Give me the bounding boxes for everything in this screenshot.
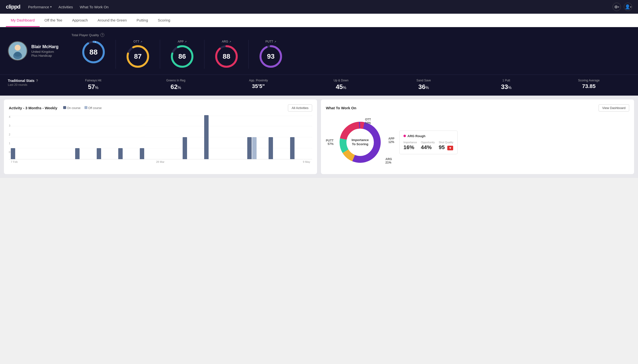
tab-around-the-green[interactable]: Around the Green xyxy=(93,14,132,27)
donut-area: PUTT 57% Importance xyxy=(326,116,394,169)
bar-group-5 xyxy=(97,148,117,159)
gauge-wrapper-arg: 88 xyxy=(214,44,239,69)
wtwon-header: What To Work On View Dashboard xyxy=(326,104,629,112)
stat-sandsave: Sand Save 36% xyxy=(382,79,465,91)
donut-label-putt: PUTT 57% xyxy=(326,139,333,146)
add-button[interactable]: ⊕ ▾ xyxy=(612,3,621,11)
stat-value-scoring: 73.85 xyxy=(582,83,596,90)
stat-value-greens: 62% xyxy=(171,83,181,91)
chevron-icon: ▾ xyxy=(618,6,619,8)
stats-help-icon[interactable]: ? xyxy=(36,79,40,83)
bars-container xyxy=(9,116,312,160)
arrow-app: ↗ xyxy=(185,40,186,43)
gauge-wrapper-app: 86 xyxy=(170,44,194,69)
arg-stat-importance: Importance 16% xyxy=(403,141,417,150)
stat-name-fairways: Fairways Hit xyxy=(85,79,101,82)
nav-activities[interactable]: Activities xyxy=(59,0,73,14)
gauge-number-ott: 87 xyxy=(134,52,141,60)
user-menu-button[interactable]: 👤 ▾ xyxy=(624,3,632,11)
gauge-label-putt: PUTT ↗ xyxy=(265,40,276,43)
player-row: Blair McHarg United Kingdom Plus Handica… xyxy=(8,33,630,69)
arg-dot xyxy=(403,135,406,137)
arg-shot-quality-label: Shot Quality xyxy=(439,141,453,144)
player-country: United Kingdom xyxy=(31,50,59,54)
bar-on-1 xyxy=(11,148,15,159)
bar-on-14 xyxy=(290,137,295,159)
bar-group-4 xyxy=(75,148,95,159)
nav-what-to-work-on[interactable]: What To Work On xyxy=(80,0,109,14)
stat-name-scoring: Scoring Average xyxy=(578,79,599,82)
gauge-number-arg: 88 xyxy=(223,52,230,60)
stat-1putt: 1 Putt 33% xyxy=(465,79,547,91)
bar-group-14 xyxy=(290,137,310,159)
activity-panel-header: Activity - 3 Months - Weekly On course O… xyxy=(9,104,312,112)
player-info: Blair McHarg United Kingdom Plus Handica… xyxy=(8,41,72,61)
nav-performance[interactable]: Performance ▾ xyxy=(28,0,52,14)
stat-fairways: Fairways Hit 57% xyxy=(52,79,134,91)
player-details: Blair McHarg United Kingdom Plus Handica… xyxy=(31,44,59,58)
quality-section: Total Player Quality ? 88 xyxy=(72,33,630,69)
help-icon[interactable]: ? xyxy=(100,33,104,37)
donut-center-text: Importance To Scoring xyxy=(352,138,369,146)
logo[interactable]: clippd xyxy=(6,4,20,10)
on-course-dot xyxy=(63,106,66,109)
player-handicap: Plus Handicap xyxy=(31,54,59,58)
stats-sublabel: Last 20 rounds xyxy=(8,83,52,86)
tab-off-the-tee[interactable]: Off the Tee xyxy=(40,14,67,27)
bar-on-5 xyxy=(97,148,101,159)
chart-bars xyxy=(9,116,312,160)
chart-inner: 0 1 2 3 4 xyxy=(9,116,312,160)
nav-right: ⊕ ▾ 👤 ▾ xyxy=(612,3,632,11)
activity-panel-title: Activity - 3 Months - Weekly xyxy=(9,106,57,110)
activity-panel: Activity - 3 Months - Weekly On course O… xyxy=(4,100,317,174)
donut-label-arg: ARG 21% xyxy=(385,158,392,164)
arg-stat-opportunity: Opportunity 44% xyxy=(421,141,435,150)
stats-label: Traditional Stats ? xyxy=(8,79,52,83)
bar-on-10 xyxy=(204,115,208,159)
arg-shot-quality-value: 95 ▼ xyxy=(439,144,453,150)
arrow-putt: ↗ xyxy=(274,40,276,43)
chevron-icon-user: ▾ xyxy=(630,6,631,8)
bar-group-12 xyxy=(247,137,267,159)
gauge-label-ott: OTT ↗ xyxy=(133,40,142,43)
gauge-app: APP ↗ 86 xyxy=(160,40,204,69)
shot-quality-badge: ▼ xyxy=(447,146,453,150)
bar-on-6 xyxy=(118,148,123,159)
view-dashboard-button[interactable]: View Dashboard xyxy=(599,104,629,112)
arrow-ott: ↗ xyxy=(140,40,142,43)
stat-value-fairways: 57% xyxy=(88,83,98,91)
donut-label-ott: OTT 10% xyxy=(365,118,371,125)
stat-scoring: Scoring Average 73.85 xyxy=(548,79,630,91)
stat-name-updown: Up & Down xyxy=(334,79,349,82)
user-icon: 👤 xyxy=(625,4,630,10)
svg-point-3 xyxy=(14,52,21,57)
stat-name-1putt: 1 Putt xyxy=(502,79,510,82)
bottom-panels: Activity - 3 Months - Weekly On course O… xyxy=(0,96,638,178)
gauge-number-putt: 93 xyxy=(267,52,274,60)
top-nav: clippd Performance ▾ Activities What To … xyxy=(0,0,638,14)
stat-value-updown: 45% xyxy=(336,83,346,91)
stat-name-sandsave: Sand Save xyxy=(416,79,431,82)
stat-proximity: App. Proximity 35'5" xyxy=(217,79,300,91)
gauge-putt: PUTT ↗ 93 xyxy=(249,40,293,69)
stat-greens: Greens In Reg 62% xyxy=(134,79,217,91)
bar-group-13 xyxy=(269,137,289,159)
stat-name-greens: Greens In Reg xyxy=(166,79,185,82)
plus-icon: ⊕ xyxy=(614,4,618,10)
avatar xyxy=(8,41,28,61)
legend-off-course: Off course xyxy=(84,106,102,110)
tab-approach[interactable]: Approach xyxy=(67,14,93,27)
chevron-down-icon: ▾ xyxy=(50,5,52,8)
stats-label-col: Traditional Stats ? Last 20 rounds xyxy=(8,79,52,86)
all-activities-button[interactable]: All Activities xyxy=(288,104,312,112)
tab-putting[interactable]: Putting xyxy=(132,14,153,27)
bar-on-13 xyxy=(269,137,273,159)
stat-name-proximity: App. Proximity xyxy=(249,79,268,82)
bar-on-4 xyxy=(75,148,80,159)
gauge-number-total: 88 xyxy=(89,48,97,56)
tab-scoring[interactable]: Scoring xyxy=(153,14,175,27)
gauge-wrapper-total: 88 xyxy=(81,40,106,64)
chart-area: 0 1 2 3 4 xyxy=(9,116,312,169)
svg-point-1 xyxy=(15,45,21,50)
tab-my-dashboard[interactable]: My Dashboard xyxy=(6,14,40,27)
